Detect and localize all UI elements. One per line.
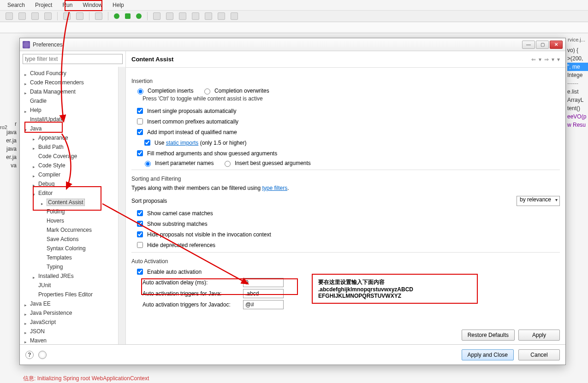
close-button[interactable]: ✕	[550, 41, 563, 49]
twisty-icon[interactable]	[33, 163, 37, 168]
twisty-icon[interactable]	[33, 154, 37, 159]
tree-item-data-management[interactable]: Data Management	[20, 87, 118, 96]
maximize-button[interactable]: ▢	[536, 41, 549, 49]
twisty-icon[interactable]	[41, 209, 46, 214]
app-toolbar[interactable]	[0, 10, 588, 22]
toolbar-icon[interactable]	[76, 12, 83, 20]
twisty-icon[interactable]	[24, 301, 29, 306]
toolbar-icon[interactable]	[192, 12, 199, 20]
tree-item-code-coverage[interactable]: Code Coverage	[20, 152, 118, 161]
twisty-icon[interactable]	[33, 283, 37, 288]
back-icon[interactable]: ⇐	[531, 56, 536, 63]
tree-item-syntax-coloring[interactable]: Syntax Coloring	[20, 244, 118, 253]
tree-item-debug[interactable]: Debug	[20, 179, 118, 189]
tree-item-java-ee[interactable]: Java EE	[20, 299, 118, 308]
run-icon[interactable]	[114, 13, 119, 19]
tree-item-editor[interactable]: Editor	[20, 189, 118, 198]
twisty-icon[interactable]	[24, 108, 29, 112]
toolbar-icon[interactable]	[31, 12, 39, 20]
sort-combo[interactable]: by relevance	[517, 196, 560, 206]
restore-defaults-button[interactable]: Restore Defaults	[462, 330, 515, 341]
use-static-imports-checkbox[interactable]	[144, 140, 150, 146]
twisty-icon[interactable]	[41, 200, 46, 205]
twisty-icon[interactable]	[24, 80, 29, 85]
menu-window[interactable]: Window	[83, 2, 102, 8]
filter-input[interactable]	[23, 54, 123, 64]
minimize-button[interactable]: —	[522, 41, 535, 49]
twisty-icon[interactable]	[24, 320, 29, 324]
substring-checkbox[interactable]	[137, 221, 143, 227]
completion-overwrites-radio[interactable]	[204, 88, 210, 94]
tree-item-appearance[interactable]: Appearance	[20, 133, 118, 142]
fill-args-checkbox[interactable]	[137, 150, 143, 156]
enable-auto-checkbox[interactable]	[137, 269, 143, 275]
auto-javadoc-input[interactable]	[243, 300, 284, 309]
tree-item-typing[interactable]: Typing	[20, 262, 118, 271]
hide-invisible-checkbox[interactable]	[137, 231, 143, 237]
tree-item-code-style[interactable]: Code Style	[20, 161, 118, 170]
twisty-icon[interactable]	[24, 89, 29, 94]
scrollbar[interactable]	[118, 67, 125, 344]
tree-item-javascript[interactable]: JavaScript	[20, 318, 118, 327]
apply-and-close-button[interactable]: Apply and Close	[462, 349, 514, 360]
toolbar-icon[interactable]	[44, 12, 52, 20]
add-import-checkbox[interactable]	[137, 129, 143, 135]
toolbar-icon[interactable]	[18, 12, 26, 20]
auto-java-input[interactable]	[243, 289, 284, 298]
menu-run[interactable]: Run	[62, 2, 72, 8]
twisty-icon[interactable]	[33, 274, 37, 278]
toolbar-icon[interactable]	[95, 12, 102, 20]
insert-best-radio[interactable]	[225, 161, 231, 167]
toolbar-icon[interactable]	[166, 12, 173, 20]
tree-item-content-assist[interactable]: Content Assist	[20, 198, 118, 207]
static-imports-link[interactable]: static imports	[166, 140, 199, 146]
toolbar-icon[interactable]	[153, 12, 160, 20]
tree-item-mark-occurrences[interactable]: Mark Occurrences	[20, 225, 118, 235]
twisty-icon[interactable]	[24, 338, 29, 343]
menu-help[interactable]: Help	[113, 2, 124, 8]
twisty-icon[interactable]	[24, 71, 29, 76]
tree-item-code-recommenders[interactable]: Code Recommenders	[20, 78, 118, 87]
menu-search[interactable]: Search	[7, 2, 25, 8]
twisty-icon[interactable]	[33, 182, 37, 186]
completion-inserts-radio[interactable]	[137, 88, 143, 94]
preferences-tree[interactable]: Cloud FoundryCode RecommendersData Manag…	[20, 67, 118, 344]
twisty-icon[interactable]	[33, 191, 37, 195]
camel-checkbox[interactable]	[137, 210, 143, 216]
tree-item-templates[interactable]: Templates	[20, 253, 118, 262]
toolbar-icon[interactable]	[205, 12, 212, 20]
toolbar-icon[interactable]	[179, 12, 186, 20]
twisty-icon[interactable]	[24, 311, 29, 315]
insert-param-radio[interactable]	[145, 161, 151, 167]
twisty-icon[interactable]	[33, 172, 37, 177]
type-filters-link[interactable]: type filters	[262, 185, 287, 191]
toolbar-icon[interactable]	[231, 12, 238, 20]
record-icon[interactable]	[38, 351, 47, 359]
app-menubar[interactable]: Search Project Run Window Help	[0, 0, 588, 10]
tree-item-gradle[interactable]: Gradle	[20, 96, 118, 106]
tree-item-help[interactable]: Help	[20, 106, 118, 115]
twisty-icon[interactable]	[41, 265, 46, 269]
tree-item-install-update[interactable]: Install/Update	[20, 115, 118, 124]
tree-item-save-actions[interactable]: Save Actions	[20, 235, 118, 244]
chevron-icon[interactable]: ▾	[552, 56, 554, 63]
tree-item-java[interactable]: Java	[20, 124, 118, 133]
twisty-icon[interactable]	[41, 255, 46, 260]
insert-prefixes-checkbox[interactable]	[137, 118, 143, 124]
tree-item-properties-files-editor[interactable]: Properties Files Editor	[20, 290, 118, 299]
twisty-icon[interactable]	[41, 218, 46, 223]
twisty-icon[interactable]	[41, 237, 46, 242]
tree-item-java-persistence[interactable]: Java Persistence	[20, 308, 118, 318]
tree-item-installed-jres[interactable]: Installed JREs	[20, 271, 118, 281]
debug-icon[interactable]	[125, 13, 131, 19]
auto-delay-input[interactable]	[243, 278, 284, 287]
tree-item-json[interactable]: JSON	[20, 327, 118, 336]
twisty-icon[interactable]	[24, 99, 29, 103]
twisty-icon[interactable]	[33, 145, 37, 149]
toolbar-icon[interactable]	[218, 12, 225, 20]
menu-icon[interactable]: ▾	[557, 56, 560, 63]
chevron-icon[interactable]: ▾	[539, 56, 541, 63]
twisty-icon[interactable]	[33, 136, 37, 140]
twisty-icon[interactable]	[33, 292, 37, 297]
menu-project[interactable]: Project	[35, 2, 52, 8]
